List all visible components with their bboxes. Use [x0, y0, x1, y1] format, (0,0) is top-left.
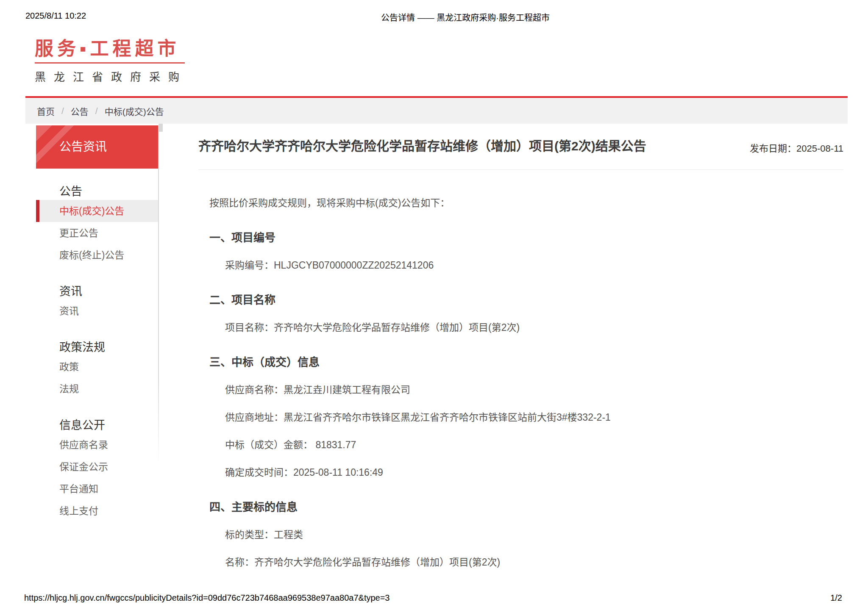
sidebar-group-header-disclosure: 信息公开 [36, 417, 159, 434]
announcement-detail: 齐齐哈尔大学齐齐哈尔大学危险化学品暂存站维修（增加）项目(第2次)结果公告 发布… [198, 125, 843, 569]
scrollbar-artifact [159, 124, 163, 132]
sidebar-item-news[interactable]: 资讯 [36, 300, 159, 322]
article-title-row: 齐齐哈尔大学齐齐哈尔大学危险化学品暂存站维修（增加）项目(第2次)结果公告 发布… [198, 125, 843, 170]
detail-procurement-number: 采购编号：HLJGCYB07000000ZZ20252141206 [225, 258, 843, 272]
detail-award-time: 确定成交时间：2025-08-11 10:16:49 [225, 466, 843, 479]
detail-supplier-name: 供应商名称：黑龙江垚川建筑工程有限公司 [225, 383, 843, 397]
detail-subject-type: 标的类型：工程类 [225, 528, 843, 541]
sidebar-group-disclosure: 信息公开 供应商名录 保证金公示 平台通知 线上支付 [36, 417, 159, 522]
detail-subject-name: 名称：齐齐哈尔大学危险化学品暂存站维修（增加）项目(第2次) [225, 555, 843, 569]
section-heading-subject-info: 四、主要标的信息 [209, 500, 843, 514]
detail-award-amount: 中标（成交）金额： 81831.77 [225, 438, 843, 452]
sidebar-item-correction-announcements[interactable]: 更正公告 [36, 222, 159, 244]
logo-underline [35, 62, 185, 64]
sidebar-content-divider [158, 125, 159, 464]
sidebar-item-online-payment[interactable]: 线上支付 [36, 500, 159, 522]
sidebar-item-platform-notices[interactable]: 平台通知 [36, 478, 159, 500]
sidebar-item-supplier-directory[interactable]: 供应商名录 [36, 434, 159, 456]
print-page-number: 1/2 [830, 593, 842, 603]
sidebar-item-award-announcements[interactable]: 中标(成交)公告 [36, 200, 159, 222]
sidebar-nav: 公告资讯 公告 中标(成交)公告 更正公告 废标(终止)公告 资讯 资讯 政策法… [36, 125, 159, 522]
site-logo[interactable]: 服务▪工程超市 黑龙江省政府采购 [35, 36, 187, 84]
sidebar-group-header-policy: 政策法规 [36, 339, 159, 356]
breadcrumb-separator: / [95, 106, 98, 116]
site-logo-subtitle: 黑龙江省政府采购 [35, 68, 187, 84]
breadcrumb-announcements[interactable]: 公告 [71, 105, 89, 117]
breadcrumb-award-announcements[interactable]: 中标(成交)公告 [105, 105, 164, 117]
breadcrumb-separator: / [61, 106, 64, 116]
article-intro: 按照比价采购成交规则，现将采购中标(成交)公告如下： [209, 196, 843, 210]
print-source-url: https://hljcg.hlj.gov.cn/fwgccs/publicit… [24, 593, 389, 603]
sidebar-group-announcements: 公告 中标(成交)公告 更正公告 废标(终止)公告 [36, 183, 159, 266]
sidebar-item-regulations[interactable]: 法规 [36, 378, 159, 400]
detail-supplier-address: 供应商地址：黑龙江省齐齐哈尔市铁锋区黑龙江省齐齐哈尔市铁锋区站前大街3#楼332… [225, 411, 843, 424]
sidebar-item-deposit-publicity[interactable]: 保证金公示 [36, 456, 159, 478]
sidebar-group-header-announcements: 公告 [36, 183, 159, 200]
publish-date: 发布日期：2025-08-11 [750, 141, 843, 154]
sidebar-item-cancel-announcements[interactable]: 废标(终止)公告 [36, 244, 159, 266]
sidebar-group-news: 资讯 资讯 [36, 283, 159, 322]
sidebar-group-header-news: 资讯 [36, 283, 159, 300]
section-heading-award-info: 三、中标（成交）信息 [209, 355, 843, 369]
sidebar-group-policy: 政策法规 政策 法规 [36, 339, 159, 400]
breadcrumb: 首页 / 公告 / 中标(成交)公告 [25, 98, 848, 124]
breadcrumb-home[interactable]: 首页 [37, 105, 55, 117]
sidebar-panel-title: 公告资讯 [36, 125, 159, 169]
section-heading-project-number: 一、项目编号 [209, 231, 843, 244]
section-heading-project-name: 二、项目名称 [209, 293, 843, 307]
print-page-title: 公告详情 —— 黑龙江政府采购·服务工程超市 [0, 11, 868, 23]
site-logo-main: 服务▪工程超市 [35, 36, 187, 61]
article-title: 齐齐哈尔大学齐齐哈尔大学危险化学品暂存站维修（增加）项目(第2次)结果公告 [198, 137, 646, 155]
detail-project-name: 项目名称：齐齐哈尔大学危险化学品暂存站维修（增加）项目(第2次) [225, 321, 843, 334]
sidebar-item-policy[interactable]: 政策 [36, 356, 159, 378]
